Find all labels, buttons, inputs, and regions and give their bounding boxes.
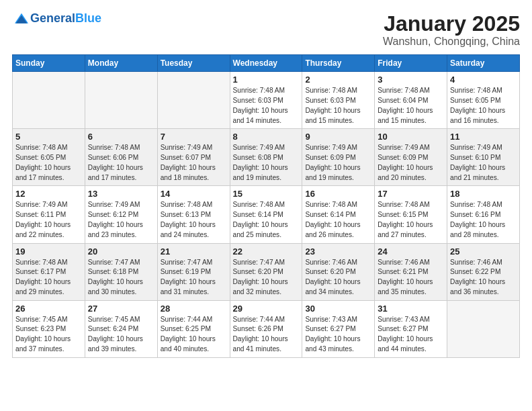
weekday-header-saturday: Saturday [447, 55, 520, 72]
day-cell: 20Sunrise: 7:47 AM Sunset: 6:18 PM Dayli… [85, 243, 157, 300]
day-info: Sunrise: 7:45 AM Sunset: 6:23 PM Dayligh… [15, 315, 82, 355]
week-row-3: 12Sunrise: 7:49 AM Sunset: 6:11 PM Dayli… [13, 186, 520, 243]
weekday-header-wednesday: Wednesday [230, 55, 302, 72]
weekday-header-tuesday: Tuesday [157, 55, 230, 72]
day-cell: 13Sunrise: 7:49 AM Sunset: 6:12 PM Dayli… [85, 186, 157, 243]
day-info: Sunrise: 7:49 AM Sunset: 6:10 PM Dayligh… [450, 143, 517, 183]
day-cell: 17Sunrise: 7:48 AM Sunset: 6:15 PM Dayli… [375, 186, 447, 243]
day-info: Sunrise: 7:44 AM Sunset: 6:25 PM Dayligh… [161, 315, 227, 355]
day-info: Sunrise: 7:49 AM Sunset: 6:09 PM Dayligh… [305, 143, 371, 183]
day-cell: 15Sunrise: 7:48 AM Sunset: 6:14 PM Dayli… [230, 186, 302, 243]
day-cell: 26Sunrise: 7:45 AM Sunset: 6:23 PM Dayli… [13, 300, 85, 357]
day-number: 5 [15, 132, 82, 142]
calendar-title: January 2025 [383, 12, 520, 36]
day-number: 20 [88, 246, 154, 257]
day-info: Sunrise: 7:44 AM Sunset: 6:26 PM Dayligh… [233, 315, 300, 355]
day-info: Sunrise: 7:43 AM Sunset: 6:27 PM Dayligh… [378, 315, 444, 355]
logo-general: General [30, 11, 75, 25]
day-cell: 28Sunrise: 7:44 AM Sunset: 6:25 PM Dayli… [157, 300, 230, 357]
day-number: 29 [233, 304, 300, 314]
calendar-subtitle: Wanshun, Chongqing, China [383, 36, 520, 48]
day-cell [157, 72, 230, 129]
day-info: Sunrise: 7:48 AM Sunset: 6:03 PM Dayligh… [305, 86, 371, 126]
day-number: 27 [88, 304, 154, 314]
weekday-header-thursday: Thursday [302, 55, 375, 72]
logo: GeneralBlue [12, 12, 101, 26]
day-cell: 25Sunrise: 7:46 AM Sunset: 6:22 PM Dayli… [447, 243, 520, 300]
day-number: 4 [450, 75, 517, 85]
day-number: 10 [378, 132, 444, 142]
weekday-header-row: SundayMondayTuesdayWednesdayThursdayFrid… [13, 55, 520, 72]
day-number: 24 [378, 246, 444, 257]
day-cell: 16Sunrise: 7:48 AM Sunset: 6:14 PM Dayli… [302, 186, 375, 243]
day-info: Sunrise: 7:48 AM Sunset: 6:16 PM Dayligh… [450, 200, 517, 240]
title-block: January 2025 Wanshun, Chongqing, China [383, 12, 520, 48]
day-info: Sunrise: 7:48 AM Sunset: 6:05 PM Dayligh… [15, 143, 82, 183]
calendar-table: SundayMondayTuesdayWednesdayThursdayFrid… [12, 54, 520, 358]
day-info: Sunrise: 7:46 AM Sunset: 6:21 PM Dayligh… [378, 258, 444, 298]
day-info: Sunrise: 7:46 AM Sunset: 6:20 PM Dayligh… [305, 258, 371, 298]
day-cell: 1Sunrise: 7:48 AM Sunset: 6:03 PM Daylig… [230, 72, 302, 129]
page: GeneralBlue January 2025 Wanshun, Chongq… [0, 0, 532, 370]
day-cell: 5Sunrise: 7:48 AM Sunset: 6:05 PM Daylig… [13, 129, 85, 186]
logo-blue: Blue [75, 11, 101, 25]
day-info: Sunrise: 7:48 AM Sunset: 6:03 PM Dayligh… [233, 86, 300, 126]
day-cell: 31Sunrise: 7:43 AM Sunset: 6:27 PM Dayli… [375, 300, 447, 357]
day-cell [447, 300, 520, 357]
day-info: Sunrise: 7:48 AM Sunset: 6:06 PM Dayligh… [88, 143, 154, 183]
day-number: 23 [305, 246, 371, 257]
day-info: Sunrise: 7:47 AM Sunset: 6:20 PM Dayligh… [233, 258, 300, 298]
day-cell: 30Sunrise: 7:43 AM Sunset: 6:27 PM Dayli… [302, 300, 375, 357]
day-number: 2 [305, 75, 371, 85]
day-cell: 2Sunrise: 7:48 AM Sunset: 6:03 PM Daylig… [302, 72, 375, 129]
day-cell: 24Sunrise: 7:46 AM Sunset: 6:21 PM Dayli… [375, 243, 447, 300]
day-cell [85, 72, 157, 129]
day-info: Sunrise: 7:48 AM Sunset: 6:15 PM Dayligh… [378, 200, 444, 240]
day-number: 18 [450, 189, 517, 199]
day-number: 16 [305, 189, 371, 199]
day-cell: 14Sunrise: 7:48 AM Sunset: 6:13 PM Dayli… [157, 186, 230, 243]
day-info: Sunrise: 7:49 AM Sunset: 6:11 PM Dayligh… [15, 200, 82, 240]
day-info: Sunrise: 7:48 AM Sunset: 6:13 PM Dayligh… [161, 200, 227, 240]
day-cell: 4Sunrise: 7:48 AM Sunset: 6:05 PM Daylig… [447, 72, 520, 129]
logo-icon [13, 12, 30, 26]
day-number: 25 [450, 246, 517, 257]
day-number: 1 [233, 75, 300, 85]
day-info: Sunrise: 7:49 AM Sunset: 6:08 PM Dayligh… [233, 143, 300, 183]
day-number: 7 [161, 132, 227, 142]
day-number: 21 [161, 246, 227, 257]
day-cell: 22Sunrise: 7:47 AM Sunset: 6:20 PM Dayli… [230, 243, 302, 300]
day-number: 15 [233, 189, 300, 199]
day-cell: 19Sunrise: 7:48 AM Sunset: 6:17 PM Dayli… [13, 243, 85, 300]
day-number: 3 [378, 75, 444, 85]
day-number: 8 [233, 132, 300, 142]
day-cell: 3Sunrise: 7:48 AM Sunset: 6:04 PM Daylig… [375, 72, 447, 129]
day-cell: 12Sunrise: 7:49 AM Sunset: 6:11 PM Dayli… [13, 186, 85, 243]
day-cell: 8Sunrise: 7:49 AM Sunset: 6:08 PM Daylig… [230, 129, 302, 186]
day-number: 9 [305, 132, 371, 142]
day-number: 30 [305, 304, 371, 314]
day-number: 12 [15, 189, 82, 199]
day-info: Sunrise: 7:43 AM Sunset: 6:27 PM Dayligh… [305, 315, 371, 355]
day-info: Sunrise: 7:45 AM Sunset: 6:24 PM Dayligh… [88, 315, 154, 355]
day-cell: 23Sunrise: 7:46 AM Sunset: 6:20 PM Dayli… [302, 243, 375, 300]
day-cell: 29Sunrise: 7:44 AM Sunset: 6:26 PM Dayli… [230, 300, 302, 357]
day-number: 26 [15, 304, 82, 314]
week-row-5: 26Sunrise: 7:45 AM Sunset: 6:23 PM Dayli… [13, 300, 520, 357]
day-info: Sunrise: 7:48 AM Sunset: 6:04 PM Dayligh… [378, 86, 444, 126]
day-number: 13 [88, 189, 154, 199]
day-info: Sunrise: 7:46 AM Sunset: 6:22 PM Dayligh… [450, 258, 517, 298]
weekday-header-sunday: Sunday [13, 55, 85, 72]
day-cell: 9Sunrise: 7:49 AM Sunset: 6:09 PM Daylig… [302, 129, 375, 186]
weekday-header-monday: Monday [85, 55, 157, 72]
day-info: Sunrise: 7:48 AM Sunset: 6:05 PM Dayligh… [450, 86, 517, 126]
day-number: 17 [378, 189, 444, 199]
day-number: 22 [233, 246, 300, 257]
weekday-header-friday: Friday [375, 55, 447, 72]
day-cell: 6Sunrise: 7:48 AM Sunset: 6:06 PM Daylig… [85, 129, 157, 186]
day-info: Sunrise: 7:48 AM Sunset: 6:17 PM Dayligh… [15, 258, 82, 298]
day-info: Sunrise: 7:48 AM Sunset: 6:14 PM Dayligh… [233, 200, 300, 240]
day-cell: 7Sunrise: 7:49 AM Sunset: 6:07 PM Daylig… [157, 129, 230, 186]
day-cell: 21Sunrise: 7:47 AM Sunset: 6:19 PM Dayli… [157, 243, 230, 300]
day-number: 6 [88, 132, 154, 142]
